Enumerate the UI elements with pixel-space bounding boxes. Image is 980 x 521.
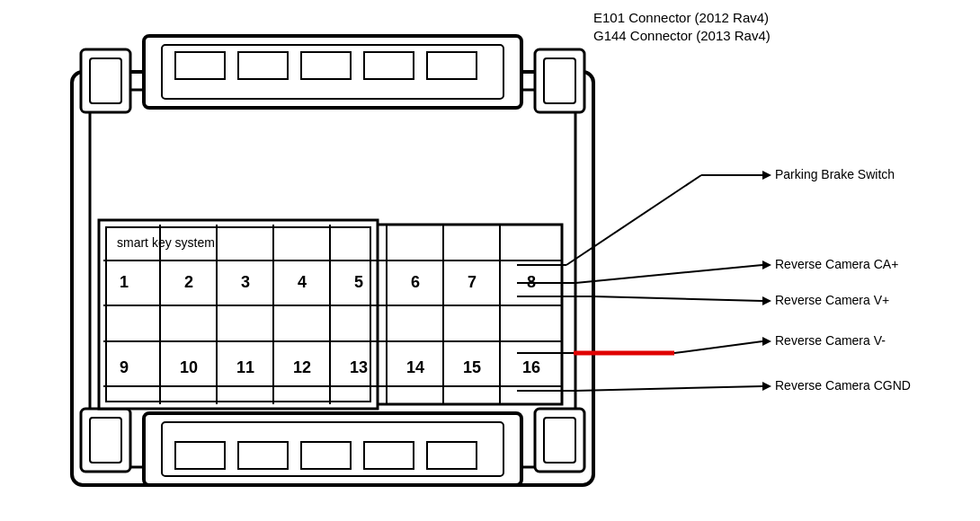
svg-line-59	[575, 265, 762, 283]
camera-ca-plus-label: Reverse Camera CA+	[775, 257, 898, 271]
svg-text:5: 5	[354, 273, 363, 291]
svg-rect-19	[175, 442, 225, 469]
svg-marker-63	[762, 296, 771, 305]
svg-line-62	[593, 296, 762, 301]
svg-rect-11	[364, 52, 414, 79]
svg-rect-5	[90, 58, 121, 103]
svg-rect-7	[544, 58, 575, 103]
svg-text:1: 1	[120, 273, 129, 291]
svg-line-66	[674, 341, 762, 353]
svg-rect-16	[90, 418, 121, 463]
svg-rect-12	[427, 52, 477, 79]
svg-text:10: 10	[180, 358, 198, 376]
svg-marker-70	[762, 382, 771, 391]
svg-text:6: 6	[411, 273, 420, 291]
camera-v-minus-label: Reverse Camera V-	[775, 333, 886, 348]
svg-text:4: 4	[298, 273, 307, 291]
svg-text:13: 13	[350, 358, 368, 376]
svg-text:12: 12	[293, 358, 311, 376]
svg-text:16: 16	[522, 358, 540, 376]
svg-rect-21	[301, 442, 351, 469]
svg-text:11: 11	[236, 358, 254, 376]
svg-text:7: 7	[468, 273, 477, 291]
connector-label-line2: G144 Connector (2013 Rav4)	[593, 28, 771, 43]
svg-rect-18	[544, 418, 575, 463]
svg-rect-23	[427, 442, 477, 469]
connector-label-line1: E101 Connector (2012 Rav4)	[593, 10, 769, 25]
svg-rect-20	[238, 442, 288, 469]
svg-text:15: 15	[463, 358, 481, 376]
camera-v-plus-label: Reverse Camera V+	[775, 293, 889, 307]
svg-rect-9	[238, 52, 288, 79]
smart-key-label: smart key system	[117, 235, 215, 250]
svg-text:2: 2	[184, 273, 193, 291]
diagram-container: smart key system 1 2 3 4 5 6 7 8 9 10 11…	[0, 0, 980, 521]
svg-marker-60	[762, 260, 771, 269]
svg-marker-67	[762, 337, 771, 346]
parking-brake-label: Parking Brake Switch	[775, 167, 895, 181]
svg-line-69	[575, 386, 762, 391]
svg-rect-10	[301, 52, 351, 79]
svg-rect-8	[175, 52, 225, 79]
svg-marker-57	[762, 171, 771, 180]
svg-rect-22	[364, 442, 414, 469]
svg-text:14: 14	[406, 358, 424, 376]
svg-text:3: 3	[241, 273, 250, 291]
camera-cgnd-label: Reverse Camera CGND	[775, 378, 911, 393]
svg-text:9: 9	[120, 358, 129, 376]
